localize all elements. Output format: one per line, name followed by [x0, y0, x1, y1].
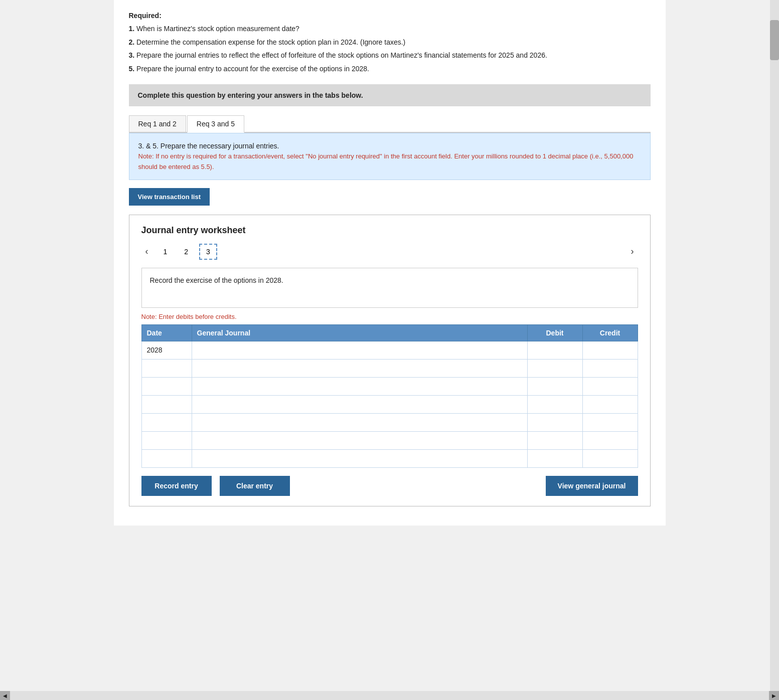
- debit-cell-3[interactable]: [527, 395, 582, 413]
- credit-cell-3[interactable]: [582, 395, 638, 413]
- req-item-5: 5. Prepare the journal entry to account …: [129, 63, 651, 74]
- journal-input-6[interactable]: [192, 450, 527, 467]
- debit-input-5[interactable]: [528, 432, 582, 449]
- journal-cell-2[interactable]: [192, 377, 527, 395]
- col-date: Date: [141, 324, 192, 341]
- credit-input-0[interactable]: [583, 341, 638, 359]
- table-row: [141, 395, 638, 413]
- complete-box: Complete this question by entering your …: [129, 84, 651, 106]
- debit-input-3[interactable]: [528, 396, 582, 413]
- date-cell-3: [141, 395, 192, 413]
- credit-input-2[interactable]: [583, 378, 638, 395]
- required-section: Required: 1. When is Martinez's stock op…: [129, 10, 651, 74]
- journal-cell-6[interactable]: [192, 449, 527, 467]
- table-row: [141, 377, 638, 395]
- credit-input-6[interactable]: [583, 450, 638, 467]
- table-row: [141, 449, 638, 467]
- date-cell-1: [141, 359, 192, 377]
- table-header-row: Date General Journal Debit Credit: [141, 324, 638, 341]
- table-row: 2028: [141, 341, 638, 359]
- journal-table: Date General Journal Debit Credit 2028: [141, 324, 638, 468]
- worksheet-title: Journal entry worksheet: [141, 225, 638, 236]
- journal-cell-0[interactable]: [192, 341, 527, 359]
- debit-input-6[interactable]: [528, 450, 582, 467]
- debit-cell-5[interactable]: [527, 431, 582, 449]
- journal-cell-1[interactable]: [192, 359, 527, 377]
- journal-cell-3[interactable]: [192, 395, 527, 413]
- req-item-1: 1. When is Martinez's stock option measu…: [129, 23, 651, 34]
- debit-cell-1[interactable]: [527, 359, 582, 377]
- credit-cell-0[interactable]: [582, 341, 638, 359]
- clear-entry-button[interactable]: Clear entry: [220, 476, 290, 496]
- journal-input-4[interactable]: [192, 414, 527, 431]
- req-item-3: 3. Prepare the journal entries to reflec…: [129, 50, 651, 61]
- debit-cell-0[interactable]: [527, 341, 582, 359]
- required-title: Required:: [129, 10, 651, 21]
- worksheet-box: Journal entry worksheet ‹ 1 2 3 › Record…: [129, 215, 651, 506]
- journal-input-2[interactable]: [192, 378, 527, 395]
- credit-input-3[interactable]: [583, 396, 638, 413]
- date-cell-5: [141, 431, 192, 449]
- col-general-journal: General Journal: [192, 324, 527, 341]
- tab-req-3-5[interactable]: Req 3 and 5: [187, 115, 244, 133]
- instruction-box: 3. & 5. Prepare the necessary journal en…: [129, 133, 651, 180]
- pagination-row: ‹ 1 2 3 ›: [141, 244, 638, 260]
- credit-cell-2[interactable]: [582, 377, 638, 395]
- req-item-2: 2. Determine the compensation expense fo…: [129, 37, 651, 48]
- credit-input-1[interactable]: [583, 360, 638, 377]
- page-2-button[interactable]: 2: [178, 245, 194, 259]
- debit-input-2[interactable]: [528, 378, 582, 395]
- journal-cell-5[interactable]: [192, 431, 527, 449]
- view-general-journal-button[interactable]: View general journal: [546, 476, 638, 496]
- date-cell-4: [141, 413, 192, 431]
- vertical-scrollbar[interactable]: [770, 0, 779, 526]
- exercise-description: Record the exercise of the options in 20…: [141, 268, 638, 308]
- credit-cell-4[interactable]: [582, 413, 638, 431]
- credit-input-4[interactable]: [583, 414, 638, 431]
- table-row: [141, 359, 638, 377]
- credit-cell-6[interactable]: [582, 449, 638, 467]
- journal-input-1[interactable]: [192, 360, 527, 377]
- journal-input-0[interactable]: [192, 341, 527, 359]
- next-page-button[interactable]: ›: [627, 244, 638, 259]
- col-credit: Credit: [582, 324, 638, 341]
- credit-cell-1[interactable]: [582, 359, 638, 377]
- credit-cell-5[interactable]: [582, 431, 638, 449]
- tabs-row: Req 1 and 2 Req 3 and 5: [129, 115, 651, 133]
- note-debits: Note: Enter debits before credits.: [141, 313, 638, 320]
- table-row: [141, 431, 638, 449]
- col-debit: Debit: [527, 324, 582, 341]
- journal-input-5[interactable]: [192, 432, 527, 449]
- debit-input-4[interactable]: [528, 414, 582, 431]
- scrollbar-thumb[interactable]: [770, 20, 779, 60]
- debit-input-1[interactable]: [528, 360, 582, 377]
- journal-input-3[interactable]: [192, 396, 527, 413]
- date-cell-2: [141, 377, 192, 395]
- date-cell-6: [141, 449, 192, 467]
- record-entry-button[interactable]: Record entry: [141, 476, 212, 496]
- debit-cell-4[interactable]: [527, 413, 582, 431]
- page-1-button[interactable]: 1: [158, 245, 174, 259]
- view-transaction-button[interactable]: View transaction list: [129, 188, 210, 206]
- prev-page-button[interactable]: ‹: [141, 244, 152, 259]
- instruction-note: Note: If no entry is required for a tran…: [138, 151, 641, 172]
- page-3-button[interactable]: 3: [199, 244, 217, 260]
- instruction-main: 3. & 5. Prepare the necessary journal en…: [138, 140, 641, 151]
- credit-input-5[interactable]: [583, 432, 638, 449]
- date-cell-0: 2028: [141, 341, 192, 359]
- debit-cell-2[interactable]: [527, 377, 582, 395]
- debit-input-0[interactable]: [528, 341, 582, 359]
- tab-req-1-2[interactable]: Req 1 and 2: [129, 115, 186, 132]
- journal-cell-4[interactable]: [192, 413, 527, 431]
- table-row: [141, 413, 638, 431]
- button-row: Record entry Clear entry View general jo…: [141, 476, 638, 496]
- debit-cell-6[interactable]: [527, 449, 582, 467]
